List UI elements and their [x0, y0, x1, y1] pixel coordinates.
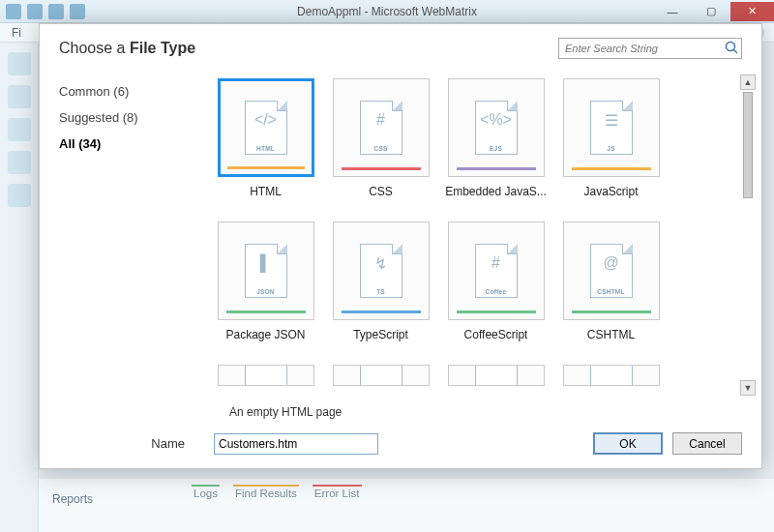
template-tile[interactable]: ☰JSJavaScript [555, 78, 667, 198]
template-thumb[interactable]: ▌JSON [218, 222, 314, 320]
scroll-down-button[interactable]: ▼ [740, 380, 756, 396]
page-icon [360, 365, 402, 386]
gutter-icon[interactable] [8, 85, 31, 108]
template-thumb[interactable]: @CSHTML [563, 222, 660, 320]
search-icon[interactable] [724, 40, 739, 55]
quick-access-toolbar [0, 4, 85, 19]
template-thumb[interactable]: <%>EJS [448, 78, 545, 177]
template-tile[interactable]: </>HTMLHTML [210, 78, 321, 198]
filename-input[interactable] [214, 433, 378, 455]
template-thumb[interactable] [448, 365, 545, 386]
qat-button[interactable] [70, 4, 85, 19]
svg-point-0 [727, 43, 735, 51]
close-button[interactable]: ✕ [730, 2, 774, 21]
svg-line-1 [734, 50, 738, 54]
gutter-icon[interactable] [8, 52, 31, 75]
output-tab[interactable]: Find Results [235, 485, 297, 499]
output-tab[interactable]: Error List [314, 485, 360, 499]
output-tab[interactable]: Logs [194, 485, 218, 499]
search-input[interactable] [558, 38, 742, 59]
template-thumb[interactable] [218, 365, 314, 386]
qat-button[interactable] [27, 4, 43, 19]
template-label: Embedded JavaS... [445, 185, 547, 198]
template-label: TypeScript [353, 328, 408, 341]
template-tile[interactable] [325, 365, 436, 386]
ribbon-tab[interactable]: Fi [12, 26, 21, 40]
left-gutter [0, 43, 39, 532]
template-label: JavaScript [583, 185, 638, 198]
template-thumb[interactable]: ↯TS [333, 222, 430, 320]
dialog-title: Choose a File Type [59, 40, 195, 57]
template-tile[interactable]: @CSHTMLCSHTML [555, 222, 667, 341]
template-tile[interactable]: ▌JSONPackage JSON [210, 222, 321, 341]
template-grid-wrapper: </>HTMLHTML#CSSCSS<%>EJSEmbedded JavaS..… [204, 69, 756, 401]
gutter-icon[interactable] [8, 118, 31, 141]
template-label: Package JSON [225, 328, 305, 341]
template-grid: </>HTMLHTML#CSSCSS<%>EJSEmbedded JavaS..… [204, 69, 756, 386]
template-label: CSHTML [587, 328, 635, 341]
gutter-icon[interactable] [8, 184, 31, 207]
search-box[interactable] [558, 38, 742, 59]
template-tile[interactable] [440, 365, 551, 386]
page-icon [590, 365, 633, 386]
page-icon: ▌JSON [245, 244, 287, 298]
template-description: An empty HTML page [40, 401, 761, 427]
page-icon [245, 365, 287, 386]
dialog-title-prefix: Choose a [59, 40, 130, 56]
window-buttons: — ▢ ✕ [653, 2, 774, 21]
cancel-button[interactable]: Cancel [672, 432, 742, 455]
scroll-thumb[interactable] [743, 92, 753, 198]
category-list: Common (6)Suggested (8)All (34) [59, 69, 204, 401]
template-thumb[interactable]: </>HTML [218, 78, 314, 177]
page-icon: #Coffee [475, 244, 518, 298]
template-label: CSS [369, 185, 393, 198]
maximize-button[interactable]: ▢ [692, 2, 730, 21]
minimize-button[interactable]: — [653, 2, 692, 21]
template-label: CoffeeScript [464, 328, 528, 341]
page-icon [475, 365, 518, 386]
template-tile[interactable] [210, 365, 321, 386]
name-label: Name [59, 436, 204, 451]
scroll-up-button[interactable]: ▲ [740, 74, 756, 90]
page-icon: @CSHTML [590, 244, 633, 298]
reports-label[interactable]: Reports [52, 492, 93, 506]
category-item[interactable]: All (34) [59, 131, 204, 157]
template-tile[interactable]: <%>EJSEmbedded JavaS... [440, 78, 551, 198]
page-icon: ☰JS [590, 101, 633, 155]
file-type-dialog: Choose a File Type Common (6)Suggested (… [39, 23, 762, 469]
scrollbar[interactable]: ▲ ▼ [740, 74, 756, 396]
page-icon: </>HTML [245, 101, 287, 155]
category-item[interactable]: Common (6) [59, 78, 204, 104]
category-item[interactable]: Suggested (8) [59, 104, 204, 131]
qat-button[interactable] [48, 4, 64, 19]
status-area: Reports LogsFind ResultsError List [39, 479, 774, 532]
template-thumb[interactable] [333, 365, 430, 386]
template-tile[interactable]: #CSSCSS [325, 78, 436, 198]
page-icon: ↯TS [360, 244, 402, 298]
window-title: DemoAppml - Microsoft WebMatrix [297, 5, 477, 18]
template-tile[interactable] [555, 365, 667, 386]
page-icon: #CSS [360, 101, 402, 155]
title-bar: DemoAppml - Microsoft WebMatrix — ▢ ✕ [0, 0, 774, 23]
page-icon: <%>EJS [475, 101, 518, 155]
output-tabs: LogsFind ResultsError List [194, 485, 774, 499]
template-label: HTML [250, 185, 282, 198]
template-thumb[interactable]: #CSS [333, 78, 430, 177]
dialog-title-strong: File Type [130, 40, 195, 56]
template-tile[interactable]: ↯TSTypeScript [325, 222, 436, 341]
dialog-body: Common (6)Suggested (8)All (34) </>HTMLH… [40, 69, 761, 401]
dialog-header: Choose a File Type [40, 24, 761, 69]
template-thumb[interactable]: ☰JS [563, 78, 660, 177]
dialog-footer: Name OK Cancel [40, 427, 761, 468]
qat-button[interactable] [6, 4, 21, 19]
gutter-icon[interactable] [8, 151, 31, 174]
template-thumb[interactable]: #Coffee [448, 222, 545, 320]
template-thumb[interactable] [563, 365, 660, 386]
ok-button[interactable]: OK [593, 432, 663, 455]
template-tile[interactable]: #CoffeeCoffeeScript [440, 222, 551, 341]
scroll-track[interactable] [743, 92, 753, 378]
